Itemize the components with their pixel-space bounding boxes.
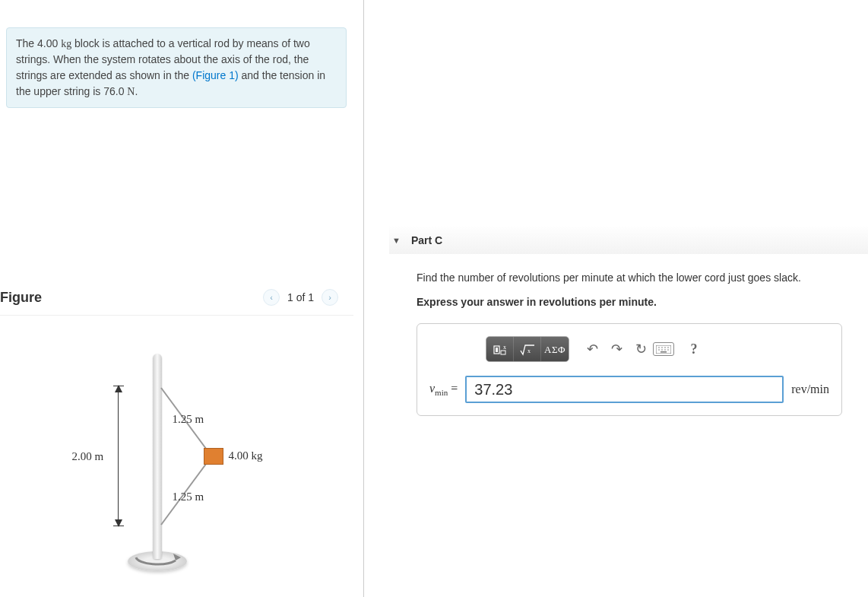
problem-statement: The 4.00 kg block is attached to a verti… bbox=[6, 27, 347, 108]
sqrt-button[interactable]: x bbox=[514, 337, 541, 362]
answer-input[interactable] bbox=[465, 376, 784, 403]
part-header[interactable]: ▼ Part C bbox=[389, 227, 868, 254]
mass-block bbox=[204, 448, 223, 465]
problem-period: . bbox=[135, 85, 138, 97]
svg-text:x: x bbox=[527, 348, 531, 354]
keyboard-button[interactable] bbox=[653, 342, 674, 356]
figure-title: Figure bbox=[0, 290, 42, 306]
problem-mass: 4.00 bbox=[37, 37, 58, 49]
greek-button[interactable]: ΑΣΦ bbox=[541, 337, 569, 362]
template-button[interactable]: x bbox=[486, 337, 514, 362]
upper-string-label: 1.25 m bbox=[173, 413, 204, 426]
figure-pager: ‹ 1 of 1 › bbox=[263, 289, 338, 306]
pager-next-button[interactable]: › bbox=[322, 289, 338, 306]
part-title: Part C bbox=[411, 234, 442, 246]
collapse-caret-icon: ▼ bbox=[392, 236, 401, 245]
svg-rect-16 bbox=[661, 351, 667, 353]
svg-point-12 bbox=[658, 349, 660, 351]
svg-point-9 bbox=[661, 347, 663, 348]
variable-label: νmin = bbox=[429, 382, 458, 397]
figure-section: Figure ‹ 1 of 1 › 2.00 m 1.25 m bbox=[0, 289, 353, 589]
reset-button[interactable]: ↻ bbox=[629, 337, 653, 361]
redo-button[interactable]: ↷ bbox=[604, 337, 629, 361]
figure-link[interactable]: (Figure 1) bbox=[192, 69, 239, 81]
question-text: Find the number of revolutions per minut… bbox=[417, 272, 801, 284]
pager-prev-button[interactable]: ‹ bbox=[263, 289, 280, 306]
problem-text-1b: block is attached to a vertical rod by m… bbox=[71, 37, 278, 49]
mass-label: 4.00 kg bbox=[229, 449, 263, 462]
lower-string-label: 1.25 m bbox=[173, 491, 204, 503]
question-block: Find the number of revolutions per minut… bbox=[417, 269, 868, 311]
svg-point-14 bbox=[664, 349, 666, 351]
problem-text-1a: The bbox=[16, 37, 37, 49]
help-button[interactable]: ? bbox=[682, 337, 706, 361]
undo-button[interactable]: ↶ bbox=[580, 337, 604, 361]
answer-unit: rev/min bbox=[791, 383, 829, 396]
height-dimension bbox=[118, 386, 119, 526]
svg-rect-3 bbox=[496, 348, 498, 352]
answer-panel: x x ΑΣΦ ↶ ↷ ↻ ? νmin = rev/min bbox=[417, 323, 842, 416]
format-button-group: x x ΑΣΦ bbox=[486, 336, 569, 362]
problem-mass-unit: kg bbox=[61, 38, 71, 49]
problem-tension-unit: N bbox=[127, 86, 135, 97]
pager-count: 1 of 1 bbox=[287, 291, 314, 303]
svg-point-11 bbox=[667, 347, 669, 348]
vertical-divider bbox=[363, 0, 364, 597]
svg-point-13 bbox=[661, 349, 663, 351]
svg-point-10 bbox=[664, 347, 666, 348]
answer-row: νmin = rev/min bbox=[429, 376, 829, 403]
physics-diagram: 2.00 m 1.25 m 1.25 m 4.00 kg bbox=[63, 346, 291, 589]
svg-text:x: x bbox=[503, 344, 506, 351]
svg-point-8 bbox=[658, 347, 660, 348]
figure-header: Figure ‹ 1 of 1 › bbox=[0, 289, 353, 316]
height-label: 2.00 m bbox=[72, 450, 104, 463]
problem-tension: 76.0 bbox=[103, 85, 124, 97]
svg-point-15 bbox=[667, 349, 669, 351]
input-toolbar: x x ΑΣΦ ↶ ↷ ↻ ? bbox=[486, 336, 829, 362]
svg-rect-5 bbox=[501, 351, 505, 354]
instruction-text: Express your answer in revolutions per m… bbox=[417, 294, 868, 310]
